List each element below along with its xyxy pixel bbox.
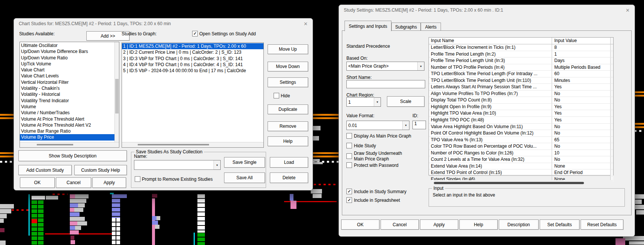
scale-button[interactable]: Scale: [387, 96, 424, 107]
table-row[interactable]: Letter/Block Price Increment in Ticks (I…: [429, 44, 613, 51]
input-value-column-header[interactable]: Input Value: [552, 38, 611, 44]
input-value-cell[interactable]: 65: [552, 137, 611, 143]
remove-button[interactable]: Remove: [268, 121, 308, 131]
chevron-down-icon[interactable]: ▼: [402, 121, 409, 130]
table-row[interactable]: TPO Letter/Block Time Period Length (For…: [429, 71, 613, 77]
move-down-button[interactable]: Move Down: [268, 62, 308, 71]
apply-button[interactable]: Apply: [92, 177, 126, 188]
hscroll-thumb[interactable]: [138, 144, 209, 145]
list-item[interactable]: Volatility Trend Indicator: [20, 98, 114, 104]
input-name-cell[interactable]: Value Area Highlight Based On Volume (In…: [429, 124, 552, 130]
show-study-description-button[interactable]: Show Study Description: [18, 150, 127, 161]
hscroll-thumb[interactable]: [37, 144, 73, 145]
table-row[interactable]: Profile Time Period Length Unit (In:3)Da…: [429, 57, 613, 64]
short-name-input[interactable]: [346, 80, 425, 88]
input-value-cell[interactable]: Yes: [552, 110, 611, 116]
settings-button[interactable]: Settings: [268, 77, 308, 87]
input-name-cell[interactable]: Point Of Control Highlight Based On Volu…: [429, 130, 552, 136]
prompt-remove-checkbox[interactable]: [135, 176, 140, 182]
input-name-cell[interactable]: Number of TPO Profile Periods (In:4): [429, 64, 552, 71]
table-vscrollbar[interactable]: [611, 38, 613, 44]
table-row[interactable]: Align Volume Profiles To TPO Profiles (I…: [429, 91, 613, 97]
chevron-down-icon[interactable]: ▼: [417, 62, 424, 70]
set-defaults-button[interactable]: Set Defaults: [540, 219, 579, 230]
list-item[interactable]: Volume At Price Threshold Alert: [20, 116, 114, 122]
protect-password-checkbox[interactable]: [346, 162, 352, 168]
based-on-combo[interactable]: <Main Price Graph> ▼: [346, 62, 424, 71]
input-name-cell[interactable]: TPO Value Area % (In:13): [429, 137, 552, 143]
studies-available-vscrollbar[interactable]: [114, 42, 119, 142]
input-value-cell[interactable]: No: [552, 124, 611, 130]
description-button[interactable]: Description: [499, 219, 539, 230]
list-item[interactable]: 2 | ID:2 Current Price Line | 0 ms | Cal…: [122, 49, 263, 55]
hscroll-thumb[interactable]: [434, 182, 584, 184]
studies-to-graph-listbox[interactable]: 1 | ID:1 MESZ5.CME[M] #2 - Period: 1 Day…: [122, 42, 264, 148]
hide-study-checkbox[interactable]: [346, 143, 352, 148]
table-row[interactable]: Highlight TPO POC (In:48)Yes: [429, 117, 613, 124]
input-value-cell[interactable]: None: [552, 163, 611, 169]
chevron-down-icon[interactable]: ▼: [374, 98, 381, 106]
open-settings-checkbox[interactable]: ✓: [192, 31, 198, 36]
ok-button[interactable]: OK: [341, 219, 379, 230]
input-name-cell[interactable]: Number of POC Ranges to Color (In:126): [429, 150, 552, 156]
table-row[interactable]: Letters Always Start At Primary Session …: [429, 84, 613, 91]
input-name-cell[interactable]: Color TPO Row Based on Percentage of POC…: [429, 143, 552, 150]
studies-available-hscrollbar[interactable]: [20, 142, 119, 147]
id-input[interactable]: 1: [412, 121, 426, 129]
input-value-cell[interactable]: End Of Period: [552, 169, 611, 176]
input-name-cell[interactable]: Profile Time Period Length Unit (In:3): [429, 57, 552, 64]
move-up-button[interactable]: Move Up: [268, 44, 308, 54]
inputs-table[interactable]: Input Name Input Value Letter/Block Pric…: [429, 37, 614, 175]
input-name-column-header[interactable]: Input Name: [429, 38, 552, 44]
table-row[interactable]: Value Area Highlight Based On Volume (In…: [429, 124, 613, 130]
tab-alerts[interactable]: Alerts: [421, 23, 441, 31]
cancel-button[interactable]: Cancel: [56, 177, 91, 188]
close-icon[interactable]: ✕: [304, 21, 308, 27]
tab-subgraphs[interactable]: Subgraphs: [391, 23, 421, 31]
table-row[interactable]: TPO Letter/Block Time Period Length Unit…: [429, 77, 613, 84]
tab-settings-and-inputs[interactable]: Settings and Inputs: [345, 21, 391, 31]
input-name-cell[interactable]: Highlight Open In Profile (In:9): [429, 104, 552, 110]
save-all-button[interactable]: Save All: [224, 172, 265, 183]
input-value-cell[interactable]: Yes: [552, 84, 611, 90]
study-settings-titlebar[interactable]: Study Settings: MESZ5.CME[M] #2 - Period…: [339, 5, 635, 15]
input-name-cell[interactable]: Align Volume Profiles To TPO Profiles (I…: [429, 91, 552, 97]
save-single-button[interactable]: Save Single: [224, 157, 265, 168]
include-summary-checkbox[interactable]: ✓: [346, 189, 352, 194]
list-item[interactable]: Volatility - Chaikin's: [20, 85, 114, 91]
close-icon[interactable]: ✕: [626, 8, 630, 13]
list-item[interactable]: Up/Down Volume Ratio: [20, 55, 114, 61]
list-item[interactable]: Volume / NumberTrades: [20, 110, 114, 116]
hide-checkbox[interactable]: [274, 93, 279, 98]
list-item[interactable]: UpTick Volume: [20, 61, 114, 67]
list-item[interactable]: Volume: [20, 104, 114, 110]
input-name-cell[interactable]: TPO Letter/Block Time Period Length Unit…: [429, 77, 552, 84]
input-value-cell[interactable]: No: [552, 143, 611, 150]
list-item[interactable]: Volume At Price Threshold Alert V2: [20, 122, 114, 128]
list-item[interactable]: Ultimate Oscillator: [20, 42, 114, 48]
input-value-cell[interactable]: Days: [552, 57, 611, 64]
inputs-table-hscrollbar[interactable]: [429, 180, 613, 186]
list-item[interactable]: Value Chart Levels: [20, 73, 114, 79]
input-value-cell[interactable]: 1: [552, 51, 611, 57]
custom-study-help-button[interactable]: Custom Study Help: [74, 165, 127, 175]
input-value-cell[interactable]: No: [552, 91, 611, 97]
studies-available-listbox[interactable]: Ultimate OscillatorUp/Down Volume Differ…: [20, 42, 119, 148]
input-value-cell[interactable]: No: [552, 97, 611, 103]
add-custom-study-button[interactable]: Add Custom Study: [18, 165, 72, 175]
table-row[interactable]: Extend TPO Point of Control (In:15)End O…: [429, 169, 613, 176]
table-row[interactable]: Number of POC Ranges to Color (In:126)10: [429, 150, 613, 157]
table-row[interactable]: Extend Value Area (In:14)None: [429, 163, 613, 170]
ok-button[interactable]: OK: [20, 177, 55, 188]
input-value-cell[interactable]: No: [552, 130, 611, 136]
input-name-cell[interactable]: Extend Value Area (In:14): [429, 163, 552, 169]
input-value-cell[interactable]: Minutes: [552, 77, 611, 84]
table-row[interactable]: Number of TPO Profile Periods (In:4)Mult…: [429, 64, 613, 71]
table-row[interactable]: Profile Time Period Length (In:2)1: [429, 51, 613, 58]
input-value-cell[interactable]: 8: [552, 44, 611, 51]
apply-button[interactable]: Apply: [420, 219, 458, 230]
list-item[interactable]: Volatility - Historical: [20, 91, 114, 97]
help-button[interactable]: Help: [268, 136, 308, 146]
input-name-cell[interactable]: Display Total TPO Count (In:8): [429, 97, 552, 103]
table-row[interactable]: Count 2 Levels at a Time for Value Area …: [429, 156, 613, 163]
